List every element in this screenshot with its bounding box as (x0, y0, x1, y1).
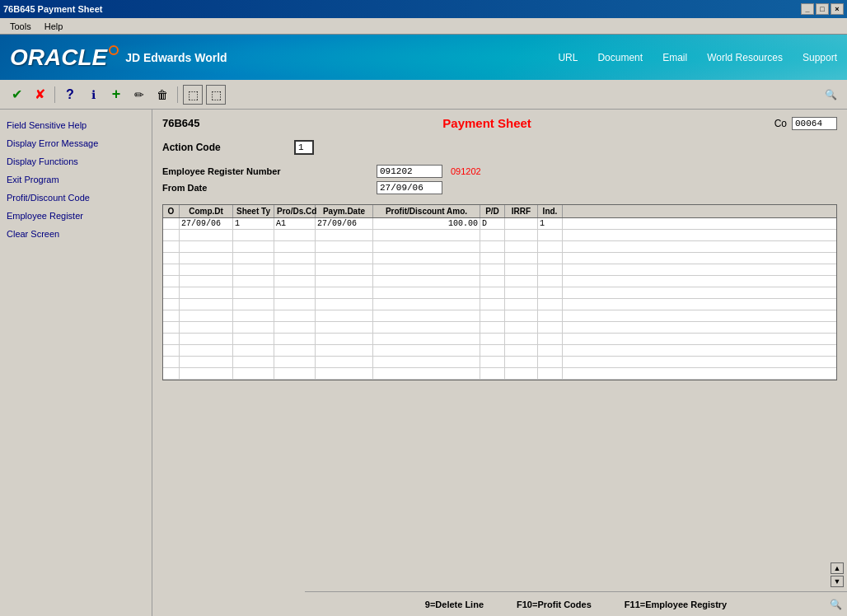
grid-cell-input[interactable] (235, 311, 272, 320)
grid-cell-input[interactable] (317, 254, 371, 263)
grid-cell-input[interactable] (507, 334, 536, 343)
grid-cell-input[interactable] (181, 357, 231, 366)
edit-button[interactable]: ✏ (129, 85, 149, 105)
grid-cell-input[interactable] (375, 369, 478, 378)
grid-cell-input[interactable] (181, 369, 231, 378)
grid-cell-input[interactable] (276, 346, 313, 355)
grid-cell-input[interactable] (181, 323, 231, 332)
grid-cell-input[interactable] (165, 288, 177, 297)
grid-cell-input[interactable] (165, 346, 177, 355)
grid-cell-input[interactable] (276, 242, 313, 251)
close-button[interactable]: × (831, 3, 844, 15)
grid-cell-input[interactable] (317, 300, 371, 309)
grid-cell-input[interactable] (482, 334, 503, 343)
grid-cell-input[interactable] (540, 300, 560, 309)
grid-cell-input[interactable] (317, 323, 371, 332)
grid-cell-input[interactable] (482, 357, 503, 366)
sidebar-clear-screen[interactable]: Clear Screen (3, 225, 148, 243)
grid-cell-input[interactable] (235, 277, 272, 286)
sidebar-display-error-message[interactable]: Display Error Message (3, 134, 148, 152)
grid-cell-input[interactable] (375, 219, 478, 228)
grid-cell-input[interactable] (235, 254, 272, 263)
grid-cell-input[interactable] (507, 242, 536, 251)
grid-cell-input[interactable] (181, 219, 231, 228)
grid-cell-input[interactable] (165, 323, 177, 332)
grid-cell-input[interactable] (375, 323, 478, 332)
menu-help[interactable]: Help (38, 20, 70, 33)
grid-cell-input[interactable] (317, 288, 371, 297)
grid-cell-input[interactable] (540, 311, 560, 320)
grid-cell-input[interactable] (507, 265, 536, 274)
grid-cell-input[interactable] (375, 357, 478, 366)
grid-cell-input[interactable] (235, 300, 272, 309)
grid-cell-input[interactable] (276, 219, 313, 228)
grid-cell-input[interactable] (181, 311, 231, 320)
grid-cell-input[interactable] (540, 254, 560, 263)
grid-cell-input[interactable] (276, 311, 313, 320)
grid-cell-input[interactable] (540, 334, 560, 343)
grid-cell-input[interactable] (181, 334, 231, 343)
grid-cell-input[interactable] (507, 369, 536, 378)
grid-cell-input[interactable] (540, 277, 560, 286)
grid-cell-input[interactable] (165, 265, 177, 274)
grid-cell-input[interactable] (235, 265, 272, 274)
nav-support[interactable]: Support (803, 52, 837, 63)
help-button[interactable]: ? (60, 85, 80, 105)
grid-cell-input[interactable] (317, 242, 371, 251)
grid-cell-input[interactable] (276, 231, 313, 240)
grid-cell-input[interactable] (276, 323, 313, 332)
sidebar-profit-discount-code[interactable]: Profit/Discount Code (3, 189, 148, 207)
grid-cell-input[interactable] (276, 277, 313, 286)
grid-cell-input[interactable] (276, 300, 313, 309)
grid-cell-input[interactable] (181, 231, 231, 240)
co-input[interactable] (792, 117, 837, 130)
grid-cell-input[interactable] (482, 254, 503, 263)
grid-cell-input[interactable] (181, 288, 231, 297)
grid-cell-input[interactable] (165, 242, 177, 251)
maximize-button[interactable]: □ (816, 3, 829, 15)
grid-cell-input[interactable] (375, 231, 478, 240)
grid-cell-input[interactable] (165, 277, 177, 286)
grid-cell-input[interactable] (540, 231, 560, 240)
grid-cell-input[interactable] (507, 300, 536, 309)
grid-cell-input[interactable] (375, 288, 478, 297)
grid-cell-input[interactable] (181, 277, 231, 286)
grid-cell-input[interactable] (235, 242, 272, 251)
sidebar-exit-program[interactable]: Exit Program (3, 170, 148, 189)
grid-cell-input[interactable] (235, 346, 272, 355)
grid-cell-input[interactable] (482, 300, 503, 309)
check-button[interactable]: ✔ (7, 85, 26, 105)
grid-cell-input[interactable] (235, 357, 272, 366)
grid-cell-input[interactable] (375, 346, 478, 355)
sidebar-display-functions[interactable]: Display Functions (3, 152, 148, 170)
grid-cell-input[interactable] (482, 265, 503, 274)
delete-button[interactable]: 🗑 (152, 85, 172, 105)
grid-cell-input[interactable] (375, 254, 478, 263)
grid-cell-input[interactable] (507, 231, 536, 240)
scroll-up-button[interactable]: ▲ (831, 562, 844, 574)
grid-cell-input[interactable] (317, 311, 371, 320)
nav-url[interactable]: URL (558, 52, 578, 63)
grid-cell-input[interactable] (317, 357, 371, 366)
grid-cell-input[interactable] (540, 265, 560, 274)
nav-email[interactable]: Email (662, 52, 687, 63)
grid-cell-input[interactable] (276, 265, 313, 274)
grid-cell-input[interactable] (482, 231, 503, 240)
grid-cell-input[interactable] (317, 346, 371, 355)
grid-cell-input[interactable] (165, 300, 177, 309)
grid-cell-input[interactable] (507, 346, 536, 355)
grid-cell-input[interactable] (165, 334, 177, 343)
grid-cell-input[interactable] (540, 242, 560, 251)
grid-cell-input[interactable] (181, 242, 231, 251)
grid-cell-input[interactable] (181, 300, 231, 309)
grid-cell-input[interactable] (540, 288, 560, 297)
grid-cell-input[interactable] (482, 219, 503, 228)
grid-cell-input[interactable] (507, 311, 536, 320)
grid-cell-input[interactable] (482, 242, 503, 251)
grid-cell-input[interactable] (317, 369, 371, 378)
grid-cell-input[interactable] (165, 369, 177, 378)
grid-cell-input[interactable] (540, 219, 560, 228)
grid-cell-input[interactable] (235, 231, 272, 240)
sidebar-employee-register[interactable]: Employee Register (3, 207, 148, 225)
minimize-button[interactable]: _ (801, 3, 814, 15)
